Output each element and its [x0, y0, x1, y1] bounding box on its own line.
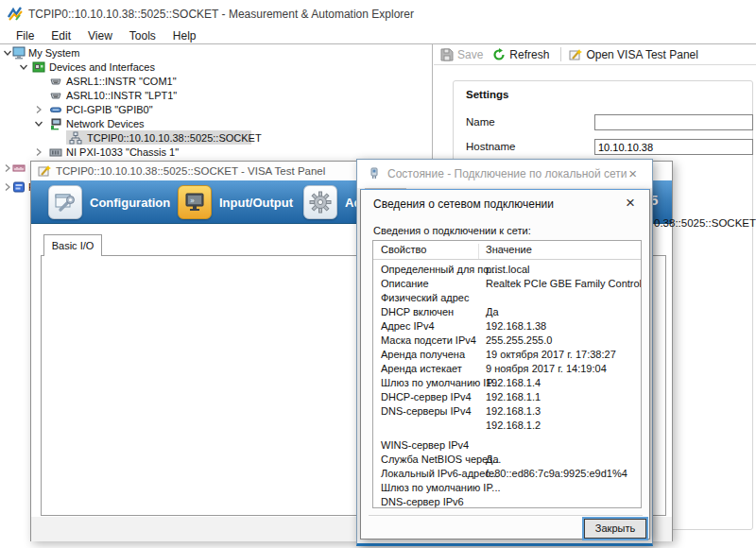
- table-row: DNS-серверы IPv4192.168.1.3: [373, 404, 641, 419]
- property-cell: Аренда получена: [381, 349, 465, 360]
- status-dialog-title-bar: Состояние - Подключение по локальной сет…: [357, 160, 652, 188]
- chevron-right-icon[interactable]: [3, 163, 12, 173]
- property-cell: Аренда истекает: [381, 363, 462, 374]
- hostname-input[interactable]: [594, 139, 753, 155]
- value-cell: 255.255.255.0: [486, 334, 552, 346]
- close-button[interactable]: Закрыть: [584, 519, 646, 539]
- value-cell: 19 октября 2017 г. 17:38:27: [486, 349, 616, 360]
- menu-tools[interactable]: Tools: [121, 29, 164, 43]
- tree-item-asrl1-instr-com1[interactable]: ASRL1::INSTR "COM1": [0, 75, 431, 89]
- property-cell: Определенный для по...: [381, 264, 498, 275]
- serial-port-icon: [49, 75, 62, 88]
- configuration-icon: [48, 185, 82, 219]
- status-dialog-title: Состояние - Подключение по локальной сет…: [387, 160, 627, 188]
- chevron-down-icon[interactable]: [3, 48, 12, 58]
- app-logo-icon: [8, 7, 23, 22]
- property-cell: Маска подсети IPv4: [381, 334, 476, 346]
- scales-icon: [12, 162, 26, 175]
- menu-view[interactable]: View: [79, 29, 121, 43]
- property-cell: Шлюз по умолчанию IP...: [381, 482, 501, 493]
- open-visa-test-panel-button[interactable]: Open VISA Test Panel: [569, 48, 698, 61]
- tree-item-ni-pxi-1033-chassis-1[interactable]: NI PXI-1033 "Chassis 1": [0, 146, 431, 160]
- nav-label: Configuration: [90, 196, 170, 210]
- property-cell: Шлюз по умолчанию IP...: [381, 377, 501, 388]
- table-row: Определенный для по...prist.local: [373, 263, 641, 277]
- property-cell: Адрес IPv4: [381, 320, 435, 332]
- tree-item-devices-and-interfaces[interactable]: Devices and Interfaces: [0, 60, 431, 75]
- value-cell: Realtek PCIe GBE Family Controller: [486, 278, 642, 289]
- tree-item-label: ASRL10::INSTR "LPT1": [66, 90, 177, 102]
- property-cell: Физический адрес: [381, 292, 469, 303]
- socket-icon: [69, 131, 82, 145]
- tree-item-label: Network Devices: [66, 118, 145, 130]
- software-icon: [12, 180, 26, 194]
- window-title: TCPIP0::10.10.10.38::5025::SOCKET - Meas…: [28, 0, 414, 28]
- tree-item-label: NI PXI-1033 "Chassis 1": [66, 146, 179, 159]
- tree-item-network-devices[interactable]: Network Devices: [0, 117, 431, 131]
- table-row: 192.168.1.2: [373, 419, 641, 433]
- value-cell: 192.168.1.4: [486, 377, 541, 388]
- menu-edit[interactable]: Edit: [43, 29, 79, 43]
- table-row: DHCP включенДа: [373, 305, 641, 319]
- value-cell: 192.168.1.38: [486, 320, 546, 332]
- details-dialog-title: Сведения о сетевом подключении: [373, 190, 554, 218]
- refresh-icon: [492, 48, 506, 61]
- property-cell: DNS-сервер IPv6: [381, 496, 464, 507]
- devices-icon: [32, 60, 45, 74]
- column-property: Свойство: [381, 244, 426, 255]
- panel-toolbar: Save Refresh Open VISA Test Panel: [434, 44, 756, 65]
- nav-configuration[interactable]: Configuration: [48, 180, 170, 224]
- menu-help[interactable]: Help: [164, 29, 205, 43]
- visa-window-title: TCPIP0::10.10.10.38::5025::SOCKET - VISA…: [56, 162, 325, 180]
- chevron-right-icon[interactable]: [3, 182, 12, 192]
- property-cell: DNS-серверы IPv4: [381, 405, 472, 417]
- chevron-right-icon[interactable]: [34, 105, 43, 114]
- name-input[interactable]: [594, 114, 753, 130]
- table-row: Локальный IPv6-адрес...fe80::ed86:7c9a:9…: [373, 467, 641, 481]
- property-cell: Локальный IPv6-адрес...: [381, 468, 499, 479]
- close-icon[interactable]: ×: [621, 190, 640, 216]
- refresh-label: Refresh: [509, 48, 549, 61]
- chassis-icon: [49, 146, 62, 159]
- input-output-icon: »: [178, 185, 212, 219]
- chevron-down-icon[interactable]: [19, 62, 28, 72]
- details-subtitle: Сведения о подключении к сети:: [373, 225, 531, 236]
- value-cell: Да: [486, 306, 499, 317]
- table-row: DHCP-сервер IPv4192.168.1.1: [373, 390, 641, 404]
- tree-item-tcpip0-10-10-10-38-5025-socket[interactable]: TCPIP0::10.10.10.38::5025::SOCKET: [0, 131, 431, 146]
- nav-input-output[interactable]: »Input/Output: [178, 180, 293, 224]
- value-cell: 192.168.1.3: [486, 405, 541, 417]
- network-connection-icon: [368, 167, 381, 180]
- gpib-icon: [49, 103, 62, 116]
- property-cell: Описание: [381, 278, 429, 289]
- save-icon: [440, 48, 454, 61]
- property-cell: WINS-сервер IPv4: [381, 439, 469, 451]
- tree-item-label: My System: [28, 47, 79, 60]
- column-value: Значение: [486, 244, 532, 255]
- open-visa-label: Open VISA Test Panel: [586, 48, 698, 61]
- table-header: Свойство Значение: [373, 241, 641, 260]
- network-icon: [49, 117, 62, 130]
- menu-file[interactable]: File: [8, 29, 43, 43]
- chevron-down-icon[interactable]: [34, 119, 43, 128]
- visa-wand-icon: [38, 164, 51, 178]
- settings-title: Settings: [466, 89, 508, 100]
- screen: TCPIP0::10.10.10.38::5025::SOCKET - Meas…: [0, 0, 756, 548]
- tab-basic-io[interactable]: Basic I/O: [43, 234, 102, 256]
- close-icon[interactable]: ×: [623, 160, 643, 188]
- table-row: Аренда истекает9 ноября 2017 г. 14:19:04: [373, 362, 641, 376]
- chevron-right-icon[interactable]: [34, 147, 43, 157]
- tree-item-pci-gpib-gpib0[interactable]: PCI-GPIB "GPIB0": [0, 103, 431, 117]
- advanced-gear-icon: [303, 185, 337, 219]
- visa-resource-fragment: 0.38::5025::SOCKET: [654, 217, 756, 229]
- value-cell: fe80::ed86:7c9a:9925:e9d1%4: [486, 468, 627, 479]
- table-row: Адрес IPv4192.168.1.38: [373, 319, 641, 334]
- value-cell: 192.168.1.2: [486, 420, 541, 431]
- save-button[interactable]: Save: [440, 48, 483, 61]
- table-row: Служба NetBIOS через...Да: [373, 453, 641, 467]
- visa-wand-icon: [569, 48, 582, 61]
- tree-item-my-system[interactable]: My System: [0, 46, 431, 60]
- refresh-button[interactable]: Refresh: [492, 48, 549, 61]
- toolbar-separator: [560, 47, 561, 61]
- tree-item-asrl10-instr-lpt1[interactable]: ASRL10::INSTR "LPT1": [0, 89, 431, 103]
